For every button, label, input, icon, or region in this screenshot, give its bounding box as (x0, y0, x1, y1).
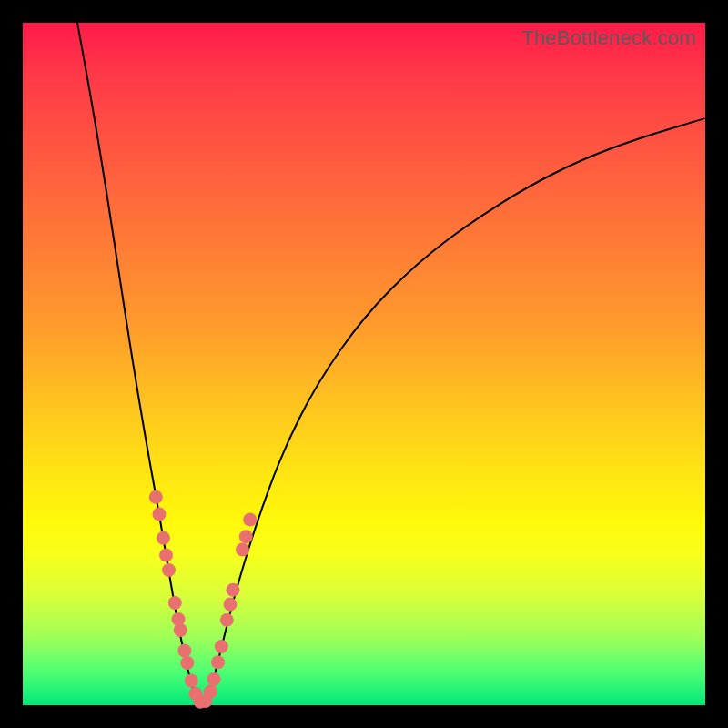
data-point (180, 656, 194, 670)
plot-area: TheBottleneck.com (23, 23, 705, 705)
data-point (157, 531, 170, 545)
data-point (168, 596, 182, 610)
curve-right-branch (200, 118, 705, 705)
data-point (185, 674, 198, 688)
chart-svg (23, 23, 705, 705)
data-point (236, 543, 249, 557)
data-point (215, 640, 228, 653)
data-point (177, 644, 191, 658)
data-point (243, 513, 257, 527)
data-point (224, 598, 238, 612)
data-point (174, 623, 187, 637)
dots-group (149, 490, 257, 709)
data-point (204, 685, 217, 699)
data-point (159, 549, 173, 562)
data-point (162, 563, 176, 577)
data-point (239, 530, 253, 543)
data-point (220, 613, 234, 627)
data-point (211, 655, 225, 669)
data-point (227, 583, 240, 597)
chart-frame: TheBottleneck.com (0, 0, 728, 728)
data-point (153, 508, 167, 521)
data-point (149, 490, 163, 504)
data-point (207, 672, 221, 686)
